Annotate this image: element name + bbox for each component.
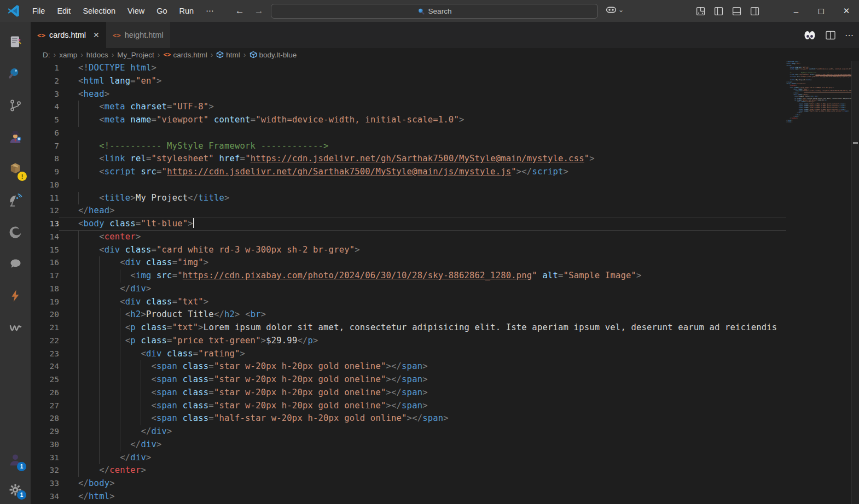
code-line[interactable]: <!DOCTYPE html>: [59, 62, 786, 75]
menu-selection[interactable]: Selection: [77, 0, 121, 22]
menu-file[interactable]: File: [26, 0, 51, 22]
sidebar-item-chat[interactable]: [2, 248, 28, 280]
back-arrow-icon[interactable]: ←: [235, 5, 245, 16]
breadcrumb-item-htdocs[interactable]: htdocs: [86, 51, 108, 59]
menu-go[interactable]: Go: [150, 0, 173, 22]
breadcrumb-item-file[interactable]: <> cards.html: [164, 51, 207, 59]
indent-guide: [120, 348, 120, 361]
code-line[interactable]: </div>: [59, 283, 786, 296]
line-number: 29: [31, 425, 59, 438]
indent-guide: [78, 464, 79, 477]
code-line[interactable]: <title>My Project</title>: [59, 192, 786, 205]
code-line[interactable]: </div>: [59, 425, 786, 438]
minimap[interactable]: <!DOCTYPE html><html lang="en"><head> <m…: [786, 61, 851, 504]
tab-label: cards.html: [49, 31, 86, 39]
line-number: 24: [31, 360, 59, 373]
eyes-preview-icon[interactable]: [803, 31, 816, 40]
menu-edit[interactable]: Edit: [51, 0, 77, 22]
command-search-box[interactable]: Search: [271, 4, 598, 19]
customize-layout-icon[interactable]: [696, 7, 705, 16]
line-number: 21: [31, 321, 59, 335]
more-actions-icon[interactable]: ⋯: [845, 30, 854, 40]
sidebar-item-source-control[interactable]: [2, 90, 28, 121]
indent-guide: [141, 360, 141, 373]
toggle-panel-icon[interactable]: [732, 7, 741, 16]
breadcrumb: D: › xamp › htdocs › My_Project › <> car…: [31, 48, 859, 61]
code-line[interactable]: <div class="img">: [59, 256, 786, 269]
code-line[interactable]: <script src="https://cdn.jsdelivr.net/gh…: [59, 166, 786, 179]
vscode-logo-icon: [7, 4, 21, 18]
forward-arrow-icon[interactable]: →: [254, 5, 264, 16]
settings-button[interactable]: 1: [2, 476, 28, 504]
code-line[interactable]: <meta charset="UTF-8">: [59, 101, 786, 114]
breadcrumb-item-drive[interactable]: D:: [43, 51, 50, 59]
code-line[interactable]: <div class="txt">: [59, 296, 786, 309]
code-line[interactable]: <meta name="viewport" content="width=dev…: [59, 114, 786, 127]
code-line[interactable]: <img src="https://cdn.pixabay.com/photo/…: [59, 269, 786, 283]
tab-height-html[interactable]: <> height.html: [106, 22, 171, 48]
split-editor-icon[interactable]: [826, 31, 835, 40]
code-line[interactable]: <div class="rating">: [59, 348, 786, 361]
close-window-button[interactable]: ✕: [834, 0, 859, 22]
sidebar-item-run-debug[interactable]: [2, 121, 28, 153]
breadcrumb-item-my-project[interactable]: My_Project: [117, 51, 154, 59]
indent-guide: [78, 412, 79, 425]
code-line[interactable]: <p class="price txt-green">$29.99</p>: [59, 335, 786, 348]
overview-ruler-marker: [853, 142, 858, 144]
sidebar-item-search[interactable]: [2, 58, 28, 90]
code-line[interactable]: <h2>Product Title</h2> <br>: [59, 308, 786, 321]
code-line[interactable]: <center>: [59, 231, 786, 244]
line-number: 9: [31, 166, 59, 179]
code-line[interactable]: </body>: [59, 477, 786, 490]
indent-guide: [120, 335, 120, 348]
code-line[interactable]: </div>: [59, 438, 786, 452]
copilot-menu[interactable]: ⌄: [605, 4, 624, 16]
code-line[interactable]: [59, 179, 786, 192]
code-line[interactable]: <!---------- MyStyle Framework ---------…: [59, 140, 786, 153]
line-number: 23: [31, 348, 59, 361]
tab-cards-html[interactable]: <> cards.html ✕: [31, 22, 106, 48]
code-line[interactable]: <head>: [59, 88, 786, 101]
code-line[interactable]: <span class="star w-20px h-20px gold one…: [59, 360, 786, 373]
code-line[interactable]: <link rel="stylesheet" href="https://cdn…: [59, 153, 786, 166]
breadcrumb-item-xamp[interactable]: xamp: [59, 51, 77, 59]
code-content[interactable]: <!DOCTYPE html><html lang="en"><head> <m…: [59, 61, 786, 504]
code-line[interactable]: </center>: [59, 464, 786, 477]
code-line[interactable]: <span class="half-star w-20px h-20px gol…: [59, 412, 786, 425]
code-line[interactable]: <span class="star w-20px h-20px gold one…: [59, 373, 786, 386]
code-editor[interactable]: 1234567891011121314151617181920212223242…: [31, 61, 859, 504]
maximize-button[interactable]: ◻: [809, 0, 834, 22]
title-bar: File Edit Selection View Go Run ⋯ ← → Se…: [0, 0, 859, 22]
code-line[interactable]: </div>: [59, 452, 786, 465]
code-line[interactable]: [59, 127, 786, 140]
menu-run[interactable]: Run: [173, 0, 200, 22]
sidebar-item-thunder-client[interactable]: [2, 280, 28, 312]
code-line[interactable]: <span class="star w-20px h-20px gold one…: [59, 386, 786, 400]
minimize-button[interactable]: –: [783, 0, 809, 22]
code-line[interactable]: <p class="txt">Lorem ipsum dolor sit ame…: [59, 321, 786, 335]
code-line[interactable]: </head>: [59, 204, 786, 218]
breadcrumb-item-html-symbol[interactable]: html: [216, 51, 240, 59]
line-number: 10: [31, 179, 59, 192]
sidebar-item-explorer[interactable]: [2, 26, 28, 58]
menu-view[interactable]: View: [121, 0, 150, 22]
sidebar-item-w-extension[interactable]: [2, 312, 28, 343]
toggle-primary-sidebar-icon[interactable]: [714, 7, 723, 16]
code-line[interactable]: </html>: [59, 490, 786, 503]
code-line[interactable]: <span class="star w-20px h-20px gold one…: [59, 400, 786, 413]
sidebar-item-remote-explorer[interactable]: [2, 185, 28, 216]
menu-more[interactable]: ⋯: [200, 0, 220, 22]
code-line[interactable]: <body class="lt-blue">: [59, 218, 786, 231]
code-line[interactable]: <html lang="en">: [59, 75, 786, 88]
toggle-secondary-sidebar-icon[interactable]: [750, 7, 759, 16]
account-button[interactable]: 1: [2, 444, 28, 476]
code-line[interactable]: <div class="card white rd-3 w-300px sh-2…: [59, 244, 786, 257]
indent-guide: [99, 386, 100, 400]
scrollbar-overview-ruler[interactable]: [851, 61, 859, 504]
close-tab-icon[interactable]: ✕: [93, 31, 100, 39]
sidebar-item-edge-tools[interactable]: [2, 216, 28, 248]
sidebar-item-extensions[interactable]: !: [2, 153, 28, 185]
indent-guide: [141, 412, 141, 425]
w-squiggle-icon: [8, 320, 23, 335]
breadcrumb-item-body-symbol[interactable]: body.lt-blue: [249, 51, 297, 59]
